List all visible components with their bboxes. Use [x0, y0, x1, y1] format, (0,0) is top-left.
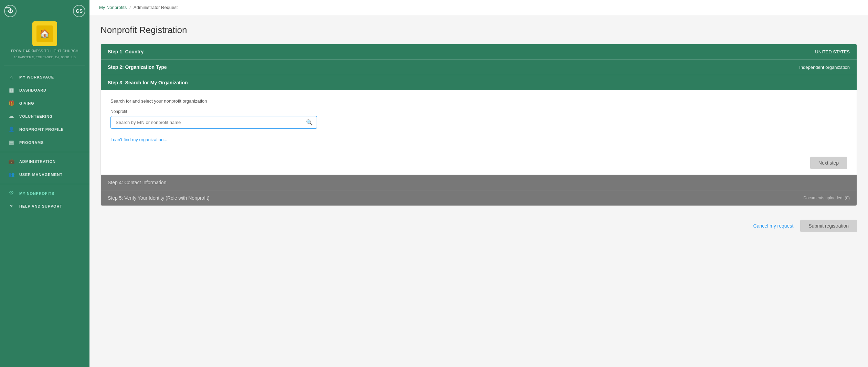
org-name: FROM DARKNESS TO LIGHT CHURCH — [11, 49, 78, 54]
step4-label: Step 4: Contact Information — [108, 180, 166, 185]
page-title: Nonprofit Registration — [100, 25, 857, 35]
step3-description: Search for and select your nonprofit org… — [110, 98, 847, 104]
user-management-icon: 👥 — [8, 171, 14, 178]
org-logo-icon: 🏠 — [36, 25, 53, 42]
step2-value: Independent organization — [799, 65, 850, 70]
my-nonprofits-icon: ♡ — [8, 190, 14, 197]
breadcrumb: My Nonprofits / Administrator Request — [99, 5, 858, 10]
next-step-button[interactable]: Next step — [810, 157, 847, 169]
nonprofit-profile-icon: 👤 — [8, 126, 14, 133]
help-support-icon: ? — [8, 203, 14, 209]
sidebar-item-label-administration: ADMINISTRATION — [19, 159, 56, 164]
cant-find-link[interactable]: I can't find my organization... — [110, 137, 167, 142]
sidebar-item-label-programs: PROGRAMS — [19, 140, 44, 145]
step5-value: Documents uploaded: (0) — [803, 196, 850, 200]
sidebar-item-my-workspace[interactable]: ⌂MY WORKSPACE — [0, 71, 89, 84]
active-steps-header: Step 1: Country UNITED STATES Step 2: Or… — [101, 44, 857, 90]
next-step-row: Next step — [101, 151, 857, 175]
breadcrumb-current: Administrator Request — [134, 5, 178, 10]
nonprofit-field-group: Nonprofit 🔍 — [110, 109, 847, 129]
sidebar-item-label-my-nonprofits: MY NONPROFITS — [19, 191, 54, 196]
step2-label: Step 2: Organization Type — [108, 64, 167, 70]
step5-header-row[interactable]: Step 5: Verify Your Identity (Role with … — [101, 190, 857, 206]
search-input-wrapper: 🔍 — [110, 116, 847, 129]
sidebar-item-dashboard[interactable]: ▦DASHBOARD — [0, 84, 89, 97]
nav-divider — [0, 184, 89, 184]
sidebar-item-nonprofit-profile[interactable]: 👤NONPROFIT PROFILE — [0, 123, 89, 136]
my-workspace-icon: ⌂ — [8, 74, 14, 80]
nonprofit-search-input[interactable] — [110, 116, 317, 129]
volunteering-icon: ☁ — [8, 113, 14, 119]
sidebar-item-label-my-workspace: MY WORKSPACE — [19, 75, 54, 79]
sidebar-item-volunteering[interactable]: ☁VOLUNTEERING — [0, 110, 89, 123]
step1-value: UNITED STATES — [815, 49, 850, 54]
sidebar-item-giving[interactable]: 🎁GIVING — [0, 97, 89, 110]
sidebar-item-programs[interactable]: ▤PROGRAMS — [0, 136, 89, 149]
top-bar: My Nonprofits / Administrator Request — [89, 0, 868, 15]
submit-registration-button[interactable]: Submit registration — [800, 220, 857, 232]
inactive-steps: Step 4: Contact Information Step 5: Veri… — [101, 175, 857, 206]
sidebar-item-label-help-support: HELP AND SUPPORT — [19, 204, 62, 208]
action-bar: Cancel my request Submit registration — [100, 213, 857, 232]
step1-label: Step 1: Country — [108, 49, 144, 54]
breadcrumb-link[interactable]: My Nonprofits — [99, 5, 127, 10]
sidebar-item-label-dashboard: DASHBOARD — [19, 88, 46, 92]
step3-header-row[interactable]: Step 3: Search for My Organization — [101, 75, 857, 90]
giving-icon: 🎁 — [8, 100, 14, 106]
step4-header-row[interactable]: Step 4: Contact Information — [101, 175, 857, 190]
sidebar-item-label-volunteering: VOLUNTEERING — [19, 114, 53, 118]
step2-header-row[interactable]: Step 2: Organization Type Independent or… — [101, 59, 857, 75]
step3-label: Step 3: Search for My Organization — [108, 80, 188, 85]
cancel-request-button[interactable]: Cancel my request — [753, 220, 794, 232]
dashboard-icon: ▦ — [8, 87, 14, 93]
sidebar-item-my-nonprofits[interactable]: ♡MY NONPROFITS — [0, 187, 89, 200]
sidebar-item-help-support[interactable]: ?HELP AND SUPPORT — [0, 200, 89, 213]
hamburger-icon[interactable]: ☰ — [5, 6, 10, 13]
breadcrumb-separator: / — [129, 5, 131, 10]
main-content: My Nonprofits / Administrator Request No… — [89, 0, 868, 367]
page-body: Nonprofit Registration Step 1: Country U… — [89, 15, 868, 367]
sidebar: ⏻ GS ☰ 🏠 FROM DARKNESS TO LIGHT CHURCH 1… — [0, 0, 89, 367]
programs-icon: ▤ — [8, 139, 14, 146]
sidebar-item-user-management[interactable]: 👥USER MANAGEMENT — [0, 168, 89, 181]
nonprofit-label: Nonprofit — [110, 109, 847, 114]
org-address: 10 PAINTER S, TORRANCE, CA, 90501, US — [14, 55, 76, 60]
sidebar-item-label-user-management: USER MANAGEMENT — [19, 172, 63, 177]
step1-header-row[interactable]: Step 1: Country UNITED STATES — [101, 44, 857, 59]
administration-icon: 💼 — [8, 158, 14, 165]
sidebar-item-label-nonprofit-profile: NONPROFIT PROFILE — [19, 127, 64, 132]
steps-container: Step 1: Country UNITED STATES Step 2: Or… — [100, 44, 857, 206]
org-logo: 🏠 — [32, 21, 57, 46]
step3-content: Search for and select your nonprofit org… — [101, 90, 857, 151]
avatar-button[interactable]: GS — [73, 5, 85, 17]
step5-label: Step 5: Verify Your Identity (Role with … — [108, 195, 210, 201]
sidebar-item-label-giving: GIVING — [19, 101, 34, 105]
sidebar-item-administration[interactable]: 💼ADMINISTRATION — [0, 155, 89, 168]
nav-divider — [0, 152, 89, 152]
sidebar-nav: ⌂MY WORKSPACE▦DASHBOARD🎁GIVING☁VOLUNTEER… — [0, 65, 89, 367]
